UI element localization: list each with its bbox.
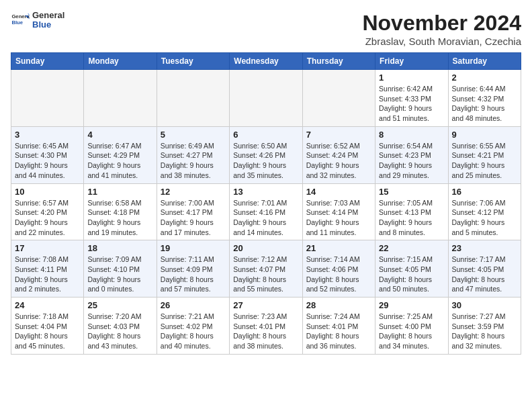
calendar-cell: 2Sunrise: 6:44 AMSunset: 4:32 PMDaylight… — [448, 70, 521, 127]
day-number: 21 — [306, 243, 371, 253]
logo-blue-text: Blue — [32, 20, 64, 30]
day-number: 11 — [87, 187, 152, 197]
title-block: November 2024 Zbraslav, South Moravian, … — [362, 11, 521, 47]
day-detail: Sunrise: 7:09 AMSunset: 4:10 PMDaylight:… — [87, 255, 152, 294]
day-detail: Sunrise: 7:12 AMSunset: 4:07 PMDaylight:… — [233, 255, 298, 294]
day-detail: Sunrise: 7:06 AMSunset: 4:12 PMDaylight:… — [452, 198, 517, 238]
weekday-header-saturday: Saturday — [448, 53, 521, 70]
calendar-cell: 30Sunrise: 7:27 AMSunset: 3:59 PMDayligh… — [448, 298, 521, 355]
day-number: 18 — [87, 243, 152, 253]
day-number: 10 — [15, 187, 80, 197]
calendar-cell: 14Sunrise: 7:03 AMSunset: 4:14 PMDayligh… — [302, 183, 375, 240]
weekday-header-monday: Monday — [84, 53, 157, 70]
calendar-cell: 23Sunrise: 7:17 AMSunset: 4:05 PMDayligh… — [448, 240, 521, 298]
calendar-cell: 29Sunrise: 7:25 AMSunset: 4:00 PMDayligh… — [375, 298, 448, 355]
calendar-cell: 25Sunrise: 7:20 AMSunset: 4:03 PMDayligh… — [84, 298, 157, 355]
day-detail: Sunrise: 7:11 AMSunset: 4:09 PMDaylight:… — [161, 255, 226, 294]
day-detail: Sunrise: 7:25 AMSunset: 4:00 PMDaylight:… — [379, 312, 444, 351]
calendar-cell: 26Sunrise: 7:21 AMSunset: 4:02 PMDayligh… — [157, 298, 229, 355]
day-number: 25 — [87, 300, 152, 310]
calendar-cell: 21Sunrise: 7:14 AMSunset: 4:06 PMDayligh… — [302, 240, 375, 298]
day-number: 23 — [452, 243, 517, 253]
day-detail: Sunrise: 7:27 AMSunset: 3:59 PMDaylight:… — [452, 312, 517, 351]
calendar-cell — [84, 70, 157, 127]
calendar-cell: 12Sunrise: 7:00 AMSunset: 4:17 PMDayligh… — [157, 183, 229, 240]
day-detail: Sunrise: 6:52 AMSunset: 4:24 PMDaylight:… — [306, 141, 371, 181]
calendar-table: SundayMondayTuesdayWednesdayThursdayFrid… — [11, 52, 521, 355]
day-detail: Sunrise: 6:58 AMSunset: 4:18 PMDaylight:… — [87, 198, 152, 238]
month-title: November 2024 — [362, 11, 521, 36]
day-number: 7 — [306, 130, 371, 140]
day-number: 12 — [161, 187, 226, 197]
day-detail: Sunrise: 6:45 AMSunset: 4:30 PMDaylight:… — [15, 141, 80, 181]
day-detail: Sunrise: 7:08 AMSunset: 4:11 PMDaylight:… — [15, 255, 80, 294]
day-number: 24 — [15, 300, 80, 310]
calendar-cell: 1Sunrise: 6:42 AMSunset: 4:33 PMDaylight… — [375, 70, 448, 127]
weekday-header-sunday: Sunday — [11, 53, 84, 70]
calendar-cell: 6Sunrise: 6:50 AMSunset: 4:26 PMDaylight… — [230, 126, 302, 183]
day-number: 8 — [379, 130, 444, 140]
day-number: 17 — [15, 243, 80, 253]
location-subtitle: Zbraslav, South Moravian, Czechia — [362, 36, 521, 47]
day-detail: Sunrise: 7:05 AMSunset: 4:13 PMDaylight:… — [379, 198, 444, 238]
day-detail: Sunrise: 6:49 AMSunset: 4:27 PMDaylight:… — [161, 141, 226, 181]
calendar-week-4: 17Sunrise: 7:08 AMSunset: 4:11 PMDayligh… — [11, 240, 521, 298]
day-number: 4 — [87, 130, 152, 140]
weekday-header-friday: Friday — [375, 53, 448, 70]
day-number: 9 — [452, 130, 517, 140]
day-detail: Sunrise: 7:15 AMSunset: 4:05 PMDaylight:… — [379, 255, 444, 294]
day-detail: Sunrise: 7:00 AMSunset: 4:17 PMDaylight:… — [161, 198, 226, 238]
day-detail: Sunrise: 6:42 AMSunset: 4:33 PMDaylight:… — [379, 84, 444, 124]
calendar-cell: 28Sunrise: 7:24 AMSunset: 4:01 PMDayligh… — [302, 298, 375, 355]
calendar-cell: 7Sunrise: 6:52 AMSunset: 4:24 PMDaylight… — [302, 126, 375, 183]
day-number: 5 — [161, 130, 226, 140]
day-detail: Sunrise: 7:01 AMSunset: 4:16 PMDaylight:… — [233, 198, 298, 238]
day-detail: Sunrise: 7:03 AMSunset: 4:14 PMDaylight:… — [306, 198, 371, 238]
day-detail: Sunrise: 6:50 AMSunset: 4:26 PMDaylight:… — [233, 141, 298, 181]
day-number: 27 — [233, 300, 298, 310]
calendar-cell: 8Sunrise: 6:54 AMSunset: 4:23 PMDaylight… — [375, 126, 448, 183]
svg-text:Blue: Blue — [11, 19, 23, 26]
logo-general-text: General — [32, 11, 64, 20]
calendar-cell — [11, 70, 84, 127]
day-detail: Sunrise: 6:55 AMSunset: 4:21 PMDaylight:… — [452, 141, 517, 181]
logo-icon: General Blue — [11, 11, 30, 30]
calendar-week-2: 3Sunrise: 6:45 AMSunset: 4:30 PMDaylight… — [11, 126, 521, 183]
day-number: 19 — [161, 243, 226, 253]
day-detail: Sunrise: 6:54 AMSunset: 4:23 PMDaylight:… — [379, 141, 444, 181]
weekday-header-thursday: Thursday — [302, 53, 375, 70]
calendar-cell: 22Sunrise: 7:15 AMSunset: 4:05 PMDayligh… — [375, 240, 448, 298]
logo-text: General Blue — [32, 11, 64, 30]
calendar-cell: 17Sunrise: 7:08 AMSunset: 4:11 PMDayligh… — [11, 240, 84, 298]
logo: General Blue General Blue — [11, 11, 64, 30]
calendar-cell: 3Sunrise: 6:45 AMSunset: 4:30 PMDaylight… — [11, 126, 84, 183]
day-number: 13 — [233, 187, 298, 197]
day-detail: Sunrise: 7:24 AMSunset: 4:01 PMDaylight:… — [306, 312, 371, 351]
day-number: 30 — [452, 300, 517, 310]
day-number: 22 — [379, 243, 444, 253]
weekday-header-wednesday: Wednesday — [230, 53, 302, 70]
calendar-cell: 11Sunrise: 6:58 AMSunset: 4:18 PMDayligh… — [84, 183, 157, 240]
day-number: 3 — [15, 130, 80, 140]
day-detail: Sunrise: 6:44 AMSunset: 4:32 PMDaylight:… — [452, 84, 517, 124]
weekday-header-tuesday: Tuesday — [157, 53, 229, 70]
day-detail: Sunrise: 7:17 AMSunset: 4:05 PMDaylight:… — [452, 255, 517, 294]
day-number: 28 — [306, 300, 371, 310]
day-number: 1 — [379, 73, 444, 83]
calendar-cell: 9Sunrise: 6:55 AMSunset: 4:21 PMDaylight… — [448, 126, 521, 183]
day-detail: Sunrise: 7:21 AMSunset: 4:02 PMDaylight:… — [161, 312, 226, 351]
day-number: 15 — [379, 187, 444, 197]
calendar-cell — [157, 70, 229, 127]
day-detail: Sunrise: 6:47 AMSunset: 4:29 PMDaylight:… — [87, 141, 152, 181]
calendar-cell — [302, 70, 375, 127]
day-detail: Sunrise: 7:20 AMSunset: 4:03 PMDaylight:… — [87, 312, 152, 351]
calendar-cell: 16Sunrise: 7:06 AMSunset: 4:12 PMDayligh… — [448, 183, 521, 240]
calendar-week-3: 10Sunrise: 6:57 AMSunset: 4:20 PMDayligh… — [11, 183, 521, 240]
day-number: 20 — [233, 243, 298, 253]
day-number: 6 — [233, 130, 298, 140]
calendar-cell: 4Sunrise: 6:47 AMSunset: 4:29 PMDaylight… — [84, 126, 157, 183]
page-header: General Blue General Blue November 2024 … — [11, 11, 521, 47]
day-detail: Sunrise: 7:18 AMSunset: 4:04 PMDaylight:… — [15, 312, 80, 351]
day-number: 29 — [379, 300, 444, 310]
calendar-cell: 13Sunrise: 7:01 AMSunset: 4:16 PMDayligh… — [230, 183, 302, 240]
